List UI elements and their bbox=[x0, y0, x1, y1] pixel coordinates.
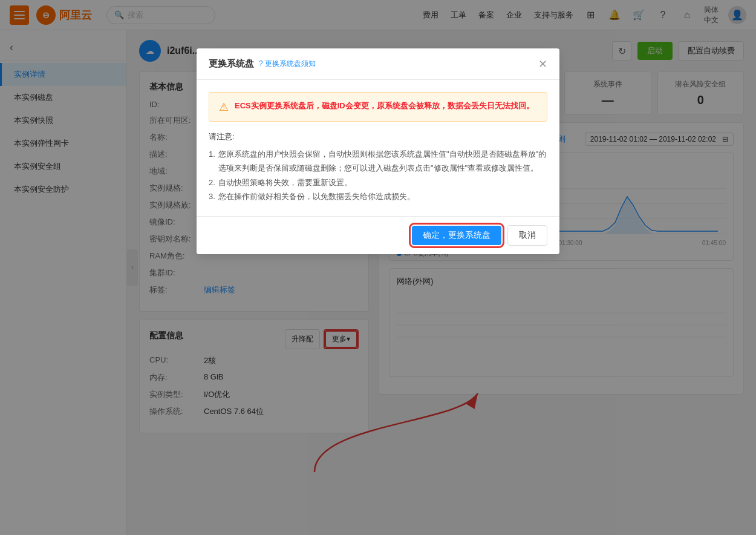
confirm-change-disk-button[interactable]: 确定，更换系统盘 bbox=[412, 226, 501, 245]
warning-text: ECS实例更换系统盘后，磁盘ID会变更，原系统盘会被释放，数据会丢失日无法找回。 bbox=[235, 100, 534, 113]
notice-item-3: 您在操作前做好相关备份，以免数据丢失给你造成损失。 bbox=[209, 189, 547, 203]
modal-close-button[interactable]: ✕ bbox=[538, 59, 547, 70]
warning-content: ECS实例更换系统盘后，磁盘ID会变更，原系统盘会被释放，数据会丢失日无法找回。 bbox=[235, 100, 534, 113]
modal-subtitle[interactable]: ? 更换系统盘须知 bbox=[259, 59, 316, 69]
notice-item-1: 您原系统盘的用户快照会保留，自动快照则根据您该系统盘属性值"自动快照是否随磁盘释… bbox=[209, 147, 547, 176]
notice-list: 您原系统盘的用户快照会保留，自动快照则根据您该系统盘属性值"自动快照是否随磁盘释… bbox=[209, 147, 547, 204]
warning-box: ⚠ ECS实例更换系统盘后，磁盘ID会变更，原系统盘会被释放，数据会丢失日无法找… bbox=[209, 92, 547, 122]
cancel-button[interactable]: 取消 bbox=[507, 225, 547, 246]
notice-title: 请注意: bbox=[209, 131, 547, 142]
notice-item-2: 自动快照策略将失效，需要重新设置。 bbox=[209, 176, 547, 189]
modal-overlay: 更换系统盘 ? 更换系统盘须知 ✕ ⚠ ECS实例更换系统盘后，磁盘ID会变更，… bbox=[0, 0, 756, 535]
modal-header: 更换系统盘 ? 更换系统盘须知 ✕ bbox=[197, 48, 559, 80]
modal-title: 更换系统盘 ? 更换系统盘须知 bbox=[209, 58, 316, 70]
warning-icon: ⚠ bbox=[219, 100, 229, 114]
modal-body: ⚠ ECS实例更换系统盘后，磁盘ID会变更，原系统盘会被释放，数据会丢失日无法找… bbox=[197, 80, 559, 216]
change-system-disk-modal: 更换系统盘 ? 更换系统盘须知 ✕ ⚠ ECS实例更换系统盘后，磁盘ID会变更，… bbox=[197, 48, 559, 254]
modal-footer: 确定，更换系统盘 取消 bbox=[197, 216, 559, 254]
